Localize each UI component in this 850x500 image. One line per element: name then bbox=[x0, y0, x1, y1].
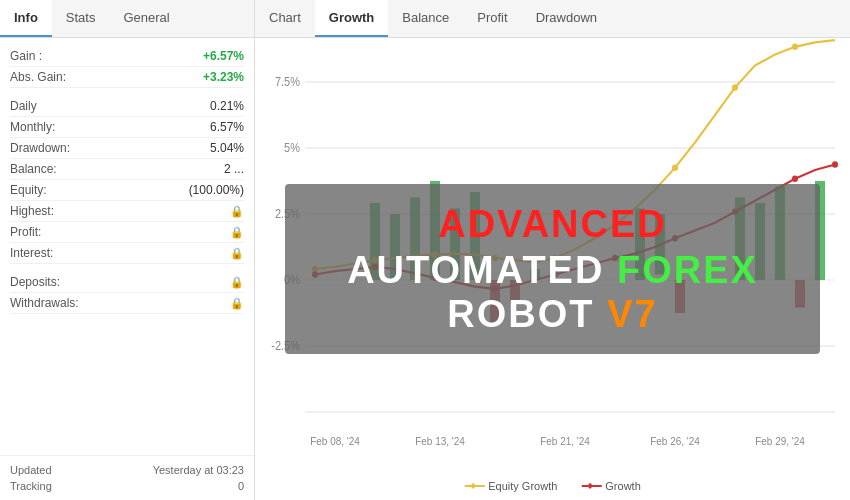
left-tabs: Info Stats General bbox=[0, 0, 254, 38]
svg-text:-2.5%: -2.5% bbox=[271, 340, 300, 353]
right-tabs: Chart Growth Balance Profit Drawdown bbox=[255, 0, 850, 38]
spacer-2 bbox=[10, 264, 244, 272]
svg-text:Feb 08, '24: Feb 08, '24 bbox=[310, 435, 360, 448]
monthly-label: Monthly: bbox=[10, 120, 55, 134]
chart-legend: Equity Growth Growth bbox=[464, 480, 641, 492]
info-row-highest: Highest: bbox=[10, 201, 244, 222]
info-row-gain: Gain : +6.57% bbox=[10, 46, 244, 67]
equity-growth-line-icon bbox=[464, 485, 484, 487]
legend-equity-growth: Equity Growth bbox=[464, 480, 557, 492]
svg-point-51 bbox=[832, 161, 838, 168]
tab-info[interactable]: Info bbox=[0, 0, 52, 37]
drawdown-label: Drawdown: bbox=[10, 141, 70, 155]
info-row-abs-gain: Abs. Gain: +3.23% bbox=[10, 67, 244, 88]
svg-point-40 bbox=[732, 84, 738, 91]
spacer-1 bbox=[10, 88, 244, 96]
tab-drawdown[interactable]: Drawdown bbox=[522, 0, 611, 37]
daily-label: Daily bbox=[10, 99, 37, 113]
main-container: Info Stats General Gain : +6.57% Abs. Ga… bbox=[0, 0, 850, 500]
svg-text:2.5%: 2.5% bbox=[275, 208, 300, 221]
chart-svg: 7.5% 5% 2.5% 0% -2.5% Feb 08, '24 Feb 13… bbox=[255, 38, 850, 500]
highest-label: Highest: bbox=[10, 204, 54, 218]
chart-area: 7.5% 5% 2.5% 0% -2.5% Feb 08, '24 Feb 13… bbox=[255, 38, 850, 500]
profit-label: Profit: bbox=[10, 225, 41, 239]
footer-row-updated: Updated Yesterday at 03:23 bbox=[10, 462, 244, 478]
svg-rect-27 bbox=[675, 280, 685, 313]
gain-label: Gain : bbox=[10, 49, 42, 63]
growth-line-icon bbox=[581, 485, 601, 487]
updated-label: Updated bbox=[10, 464, 52, 476]
info-row-balance: Balance: 2 ... bbox=[10, 159, 244, 180]
info-row-deposits: Deposits: bbox=[10, 272, 244, 293]
tab-balance[interactable]: Balance bbox=[388, 0, 463, 37]
equity-value: (100.00%) bbox=[189, 183, 244, 197]
left-panel: Info Stats General Gain : +6.57% Abs. Ga… bbox=[0, 0, 255, 500]
svg-rect-25 bbox=[635, 209, 645, 281]
balance-label: Balance: bbox=[10, 162, 57, 176]
daily-value: 0.21% bbox=[210, 99, 244, 113]
legend-growth: Growth bbox=[581, 480, 640, 492]
svg-text:5%: 5% bbox=[284, 142, 300, 155]
withdrawals-value bbox=[230, 296, 244, 310]
tracking-value: 0 bbox=[238, 480, 244, 492]
svg-point-46 bbox=[552, 271, 558, 278]
tracking-label: Tracking bbox=[10, 480, 52, 492]
svg-point-36 bbox=[492, 255, 498, 262]
interest-value bbox=[230, 246, 244, 260]
svg-point-35 bbox=[432, 251, 438, 258]
svg-point-49 bbox=[732, 209, 738, 216]
profit-value bbox=[230, 225, 244, 239]
info-row-daily: Daily 0.21% bbox=[10, 96, 244, 117]
growth-label: Growth bbox=[605, 480, 640, 492]
equity-growth-label: Equity Growth bbox=[488, 480, 557, 492]
info-row-interest: Interest: bbox=[10, 243, 244, 264]
abs-gain-label: Abs. Gain: bbox=[10, 70, 66, 84]
interest-label: Interest: bbox=[10, 246, 53, 260]
info-row-monthly: Monthly: 6.57% bbox=[10, 117, 244, 138]
tab-profit[interactable]: Profit bbox=[463, 0, 521, 37]
svg-point-41 bbox=[792, 44, 798, 51]
svg-rect-29 bbox=[755, 203, 765, 280]
svg-point-37 bbox=[552, 255, 558, 262]
svg-point-50 bbox=[792, 176, 798, 183]
info-row-profit: Profit: bbox=[10, 222, 244, 243]
abs-gain-value: +3.23% bbox=[203, 70, 244, 84]
svg-point-45 bbox=[492, 286, 498, 293]
balance-value: 2 ... bbox=[224, 162, 244, 176]
updated-value: Yesterday at 03:23 bbox=[153, 464, 244, 476]
tab-growth[interactable]: Growth bbox=[315, 0, 389, 37]
tab-general[interactable]: General bbox=[109, 0, 183, 37]
withdrawals-label: Withdrawals: bbox=[10, 296, 79, 310]
right-panel: Chart Growth Balance Profit Drawdown 7.5… bbox=[255, 0, 850, 500]
svg-rect-18 bbox=[410, 198, 420, 281]
svg-rect-32 bbox=[815, 181, 825, 280]
info-row-withdrawals: Withdrawals: bbox=[10, 293, 244, 314]
left-content: Gain : +6.57% Abs. Gain: +3.23% Daily 0.… bbox=[0, 38, 254, 455]
svg-point-47 bbox=[612, 255, 618, 262]
svg-rect-20 bbox=[450, 209, 460, 281]
svg-text:Feb 13, '24: Feb 13, '24 bbox=[415, 435, 465, 448]
equity-label: Equity: bbox=[10, 183, 47, 197]
svg-point-34 bbox=[372, 257, 378, 264]
svg-point-42 bbox=[312, 271, 318, 278]
tab-stats[interactable]: Stats bbox=[52, 0, 110, 37]
svg-text:Feb 26, '24: Feb 26, '24 bbox=[650, 435, 700, 448]
svg-point-43 bbox=[372, 264, 378, 271]
deposits-label: Deposits: bbox=[10, 275, 60, 289]
svg-rect-19 bbox=[430, 181, 440, 280]
tab-chart[interactable]: Chart bbox=[255, 0, 315, 37]
svg-text:0%: 0% bbox=[284, 274, 300, 287]
info-row-drawdown: Drawdown: 5.04% bbox=[10, 138, 244, 159]
svg-rect-21 bbox=[470, 192, 480, 280]
svg-rect-31 bbox=[795, 280, 805, 308]
svg-text:7.5%: 7.5% bbox=[275, 76, 300, 89]
monthly-value: 6.57% bbox=[210, 120, 244, 134]
svg-point-38 bbox=[612, 222, 618, 229]
svg-text:Feb 29, '24: Feb 29, '24 bbox=[755, 435, 805, 448]
deposits-value bbox=[230, 275, 244, 289]
svg-point-39 bbox=[672, 165, 678, 172]
svg-point-44 bbox=[432, 275, 438, 282]
svg-rect-30 bbox=[775, 187, 785, 281]
footer-row-tracking: Tracking 0 bbox=[10, 478, 244, 494]
drawdown-value: 5.04% bbox=[210, 141, 244, 155]
